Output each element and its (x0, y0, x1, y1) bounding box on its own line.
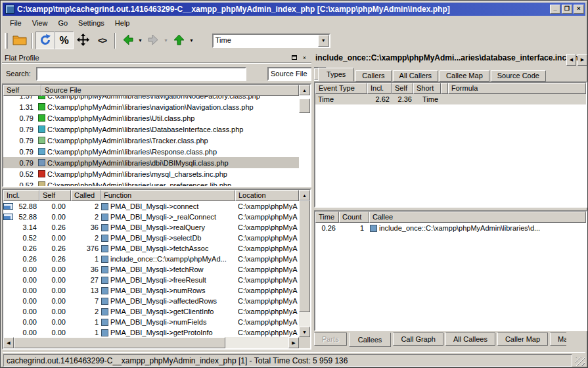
file-row[interactable]: 1.57C:\xampp\phpMyAdmin\libraries\naviga… (3, 96, 299, 101)
scrollbar-thumb[interactable] (299, 99, 310, 113)
file-row[interactable]: 1.31C:\xampp\phpMyAdmin\libraries\naviga… (3, 101, 299, 112)
function-row[interactable]: 52.880.002PMA_DBI_Mysqli->_realConnectC:… (3, 212, 299, 222)
column-header-event-type[interactable]: Event Type (315, 83, 367, 94)
maximize-button[interactable]: ❐ (562, 5, 572, 14)
function-list-vertical-scrollbar[interactable]: ▲ ▼ (299, 190, 310, 337)
file-row[interactable]: 0.79C:\xampp\phpMyAdmin\libraries\Util.c… (3, 112, 299, 124)
column-header-count[interactable]: Count (339, 212, 369, 223)
function-row[interactable]: 52.880.002PMA_DBI_Mysqli->connectC:\xamp… (3, 201, 299, 212)
expand-areas-button[interactable] (74, 32, 93, 49)
column-header-short[interactable]: Short (413, 83, 441, 94)
show-source-button[interactable]: <> (93, 32, 112, 49)
tab-machine[interactable]: Machine (550, 333, 566, 346)
minimize-button[interactable]: _ (550, 5, 560, 14)
scrollbar-thumb[interactable] (14, 337, 225, 348)
reload-button[interactable] (35, 32, 55, 49)
resize-grip[interactable] (576, 357, 585, 366)
column-header-self[interactable]: Self (39, 190, 71, 201)
forward-button[interactable] (144, 32, 163, 49)
app-icon[interactable] (5, 5, 14, 14)
back-arrow-icon (122, 34, 134, 47)
file-row[interactable]: 0.52C:\xampp\phpMyAdmin\libraries\mysql_… (3, 168, 299, 179)
tab-parts[interactable]: Parts (314, 333, 347, 346)
function-row[interactable]: 0.000.0013PMA_DBI_Mysqli->numRowsC:\xamp… (3, 285, 299, 296)
file-row[interactable]: 0.79C:\xampp\phpMyAdmin\libraries\Respon… (3, 146, 299, 157)
scroll-up-arrow[interactable]: ▲ (299, 85, 310, 95)
tab-callee-map[interactable]: Callee Map (440, 70, 489, 81)
function-row[interactable]: 0.000.007PMA_DBI_Mysqli->affectedRowsC:\… (3, 296, 299, 306)
scroll-down-arrow[interactable]: ▼ (299, 327, 310, 337)
back-button[interactable] (118, 32, 137, 49)
tab-scroll-right-arrow[interactable]: ▶ (577, 54, 587, 66)
event-type-value: Time (214, 35, 318, 47)
back-dropdown-arrow[interactable]: ▼ (138, 38, 143, 43)
scroll-down-arrow[interactable]: ▼ (299, 83, 310, 85)
toolbar-handle[interactable] (5, 33, 8, 49)
scroll-left-arrow[interactable]: ◀ (3, 337, 14, 348)
column-header-called[interactable]: Called (71, 190, 101, 201)
function-list-horizontal-scrollbar[interactable]: ◀ ▶ (3, 337, 299, 348)
function-cell: include_once::C:\xampp\phpMyAd... (101, 255, 235, 263)
percent-button[interactable]: % (55, 32, 74, 49)
search-input[interactable] (36, 67, 246, 81)
forward-dropdown-arrow[interactable]: ▼ (164, 38, 168, 43)
column-header-formula[interactable]: Formula (448, 83, 586, 94)
tab-types[interactable]: Types (318, 68, 354, 81)
menu-item-go[interactable]: Go (53, 18, 73, 28)
tab-call-graph[interactable]: Call Graph (393, 333, 443, 346)
scroll-up-arrow[interactable]: ▲ (299, 190, 310, 200)
menu-item-settings[interactable]: Settings (73, 18, 110, 28)
function-row[interactable]: 0.000.0027PMA_DBI_Mysqli->freeResultC:\x… (3, 275, 299, 285)
grouping-value: Source File (269, 68, 314, 80)
file-row[interactable]: 0.52C:\xampp\phpMyAdmin\libraries\user_p… (3, 179, 299, 186)
up-dropdown-arrow[interactable]: ▼ (189, 38, 194, 43)
function-row[interactable]: 0.000.001PMA_DBI_Mysqli->numFieldsC:\xam… (3, 317, 299, 327)
float-panel-button[interactable] (290, 53, 298, 62)
tab-all-callers[interactable]: All Callers (393, 70, 439, 81)
file-type-icon (38, 96, 45, 99)
callee-row[interactable]: 0.261include_once::C:\xampp\phpMyAdmin\l… (315, 223, 586, 233)
scroll-right-arrow[interactable]: ▶ (288, 337, 299, 348)
dock-title-bar[interactable]: Flat Profile × (2, 52, 311, 64)
close-button[interactable]: × (574, 5, 584, 14)
tab-all-callees[interactable]: All Callees (445, 333, 495, 346)
file-row[interactable]: 0.79C:\xampp\phpMyAdmin\libraries\Tracke… (3, 135, 299, 146)
function-row[interactable]: 0.000.002PMA_DBI_Mysqli->getClientInfoC:… (3, 306, 299, 317)
function-row[interactable]: 3.140.2636PMA_DBI_Mysqli->realQueryC:\xa… (3, 222, 299, 233)
tab-callers[interactable]: Callers (355, 70, 391, 81)
column-header-source-file[interactable]: Source File (41, 85, 299, 96)
menu-item-help[interactable]: Help (110, 18, 135, 28)
column-header-callee[interactable]: Callee (369, 212, 586, 223)
file-row[interactable]: 0.79C:\xampp\phpMyAdmin\libraries\Databa… (3, 124, 299, 135)
close-panel-button[interactable]: × (300, 53, 309, 62)
title-bar[interactable]: C:\xampp\tmp\cachegrind.out.1416463299-C… (3, 3, 585, 16)
column-header-incl-[interactable]: Incl. (367, 83, 392, 94)
file-row[interactable]: 0.79C:\xampp\phpMyAdmin\libraries\dbi\DB… (3, 157, 299, 168)
function-name: PMA_DBI_Mysqli->numFields (110, 318, 235, 326)
function-row[interactable]: 0.520.002PMA_DBI_Mysqli->selectDbC:\xamp… (3, 233, 299, 243)
tab-scroll-left-arrow[interactable]: ◀ (566, 54, 576, 66)
column-header-incl-[interactable]: Incl. (3, 190, 39, 201)
menu-item-file[interactable]: File (5, 18, 27, 28)
function-row[interactable]: 0.000.0036PMA_DBI_Mysqli->fetchRowC:\xam… (3, 264, 299, 275)
function-row[interactable]: 0.260.261include_once::C:\xampp\phpMyAd.… (3, 254, 299, 264)
scrollbar-thumb[interactable] (299, 200, 310, 312)
column-header-self[interactable]: Self (3, 85, 41, 96)
column-header-function[interactable]: Function (101, 190, 235, 201)
column-header-location[interactable]: Location (235, 190, 299, 201)
column-header-time[interactable]: Time (315, 212, 339, 223)
event-type-row[interactable]: Time2.622.36Time (315, 94, 586, 104)
function-row[interactable]: 0.260.26376PMA_DBI_Mysqli->fetchAssocC:\… (3, 243, 299, 254)
menu-item-view[interactable]: View (27, 18, 53, 28)
function-row[interactable]: 0.000.001PMA_DBI_Mysqli->getProtoInfoC:\… (3, 327, 299, 337)
column-header-spacer[interactable] (441, 83, 448, 94)
self-cost-value: 0.00 (39, 308, 71, 315)
event-type-selector[interactable]: Time ▼ (212, 34, 330, 48)
tab-source-code[interactable]: Source Code (491, 70, 546, 81)
combo-dropdown-button[interactable]: ▼ (318, 35, 329, 47)
column-header-self[interactable]: Self (392, 83, 413, 94)
tab-caller-map[interactable]: Caller Map (497, 333, 548, 346)
up-button[interactable] (170, 32, 189, 49)
open-file-button[interactable] (10, 32, 29, 49)
tab-callees[interactable]: Callees (349, 333, 392, 347)
